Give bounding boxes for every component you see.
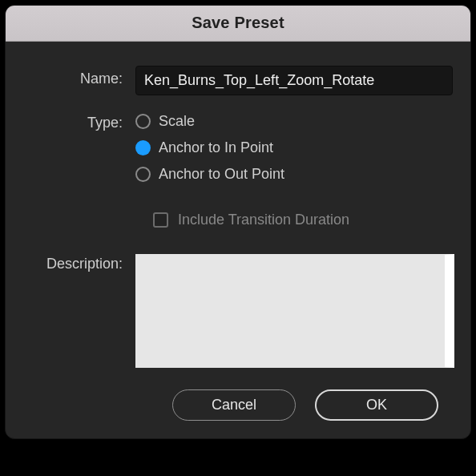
name-label: Name: <box>22 66 135 87</box>
description-textarea[interactable] <box>135 254 454 368</box>
radio-anchor-out[interactable]: Anchor to Out Point <box>135 166 454 183</box>
cancel-button[interactable]: Cancel <box>172 389 296 421</box>
name-row: Name: <box>22 66 454 95</box>
description-row: Description: <box>22 254 454 372</box>
description-label: Description: <box>22 254 135 272</box>
checkbox-icon <box>153 212 168 228</box>
description-field-col <box>135 254 454 372</box>
include-transition-label: Include Transition Duration <box>178 212 349 228</box>
type-radio-group: Scale Anchor to In Point Anchor to Out P… <box>135 110 454 228</box>
ok-button[interactable]: OK <box>315 389 438 421</box>
radio-scale-label: Scale <box>159 113 195 130</box>
radio-scale[interactable]: Scale <box>135 113 454 130</box>
name-field-col <box>135 66 454 95</box>
dialog-content: Name: Type: Scale Anchor to In Point <box>6 42 470 438</box>
type-row: Type: Scale Anchor to In Point Anchor to… <box>22 110 454 228</box>
type-field-col: Scale Anchor to In Point Anchor to Out P… <box>135 110 454 228</box>
dialog-title: Save Preset <box>6 6 470 42</box>
save-preset-dialog: Save Preset Name: Type: Scale Anchor to … <box>5 5 471 439</box>
radio-anchor-in-label: Anchor to In Point <box>159 139 273 156</box>
name-input[interactable] <box>135 66 453 95</box>
radio-icon <box>135 114 151 129</box>
type-label: Type: <box>22 110 135 131</box>
include-transition-row[interactable]: Include Transition Duration <box>153 212 454 228</box>
radio-anchor-in[interactable]: Anchor to In Point <box>135 139 454 156</box>
radio-icon <box>135 167 151 182</box>
button-row: Cancel OK <box>22 389 454 421</box>
radio-anchor-out-label: Anchor to Out Point <box>159 166 284 183</box>
radio-icon <box>135 140 151 155</box>
